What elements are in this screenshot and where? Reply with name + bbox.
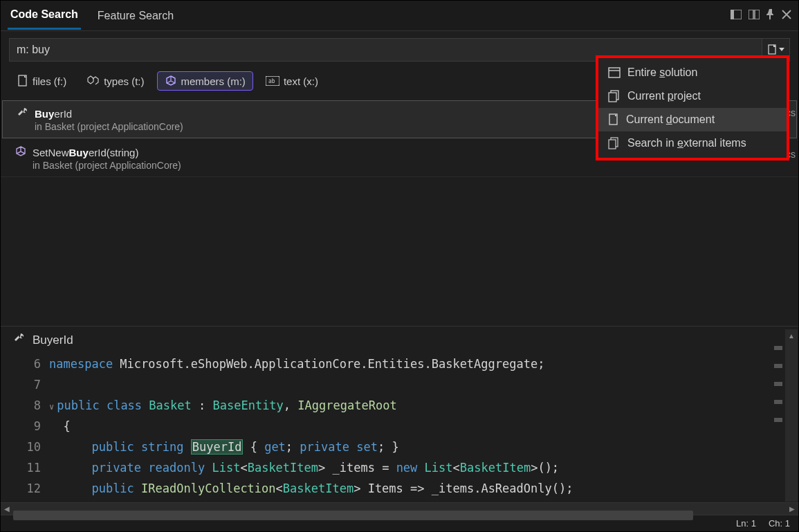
svg-rect-2 — [749, 10, 753, 19]
result-title: SetNewBuyerId(string) — [33, 147, 138, 158]
scope-current-project[interactable]: Current project — [598, 84, 787, 108]
scope-menu: Entire solution Current project Current … — [596, 55, 789, 160]
svg-rect-3 — [755, 10, 760, 19]
scope-current-document[interactable]: Current document — [598, 108, 787, 131]
vertical-scrollbar[interactable]: ▲ — [785, 329, 798, 502]
line-gutter: 67891011121314 — [1, 354, 49, 502]
scroll-left-icon[interactable]: ◀ — [1, 503, 13, 515]
result-title: BuyerId — [35, 108, 72, 120]
filter-files[interactable]: files (f:) — [10, 72, 73, 90]
tab-code-search[interactable]: Code Search — [8, 1, 81, 30]
wrench-icon — [13, 332, 26, 348]
preview-header: BuyerId — [1, 326, 798, 354]
tab-feature-search[interactable]: Feature Search — [95, 3, 176, 29]
preview-title: BuyerId — [33, 333, 73, 347]
status-line: Ln: 1 — [736, 518, 756, 529]
dock-split-icon[interactable] — [749, 10, 760, 21]
pin-icon[interactable] — [766, 9, 775, 22]
code-preview: 67891011121314 namespace Microsoft.eShop… — [1, 354, 798, 502]
svg-rect-1 — [731, 10, 734, 19]
scroll-right-icon[interactable]: ▶ — [786, 503, 798, 515]
svg-rect-14 — [609, 140, 616, 149]
svg-rect-11 — [609, 93, 616, 102]
svg-text:ab: ab — [268, 78, 275, 84]
filter-members[interactable]: members (m:) — [157, 71, 253, 91]
result-subtitle: in Basket (project ApplicationCore) — [33, 160, 784, 171]
filter-types[interactable]: types (t:) — [79, 72, 151, 90]
close-icon[interactable] — [782, 10, 791, 21]
horizontal-scrollbar[interactable]: ◀ ▶ — [1, 502, 798, 515]
wrench-icon — [17, 107, 29, 121]
dock-left-icon[interactable] — [731, 10, 742, 21]
scroll-up-icon[interactable]: ▲ — [785, 329, 798, 342]
svg-rect-8 — [609, 68, 620, 77]
filter-text[interactable]: ab text (x:) — [259, 73, 325, 90]
status-col: Ch: 1 — [769, 518, 790, 529]
cube-icon — [15, 145, 27, 160]
results-empty-area — [1, 177, 798, 326]
titlebar: Code Search Feature Search — [1, 1, 798, 31]
code-lines[interactable]: namespace Microsoft.eShopWeb.Application… — [49, 354, 798, 502]
scope-entire-solution[interactable]: Entire solution — [598, 61, 787, 84]
scope-external-items[interactable]: Search in external items — [598, 131, 787, 155]
minimap-markers — [774, 346, 784, 436]
